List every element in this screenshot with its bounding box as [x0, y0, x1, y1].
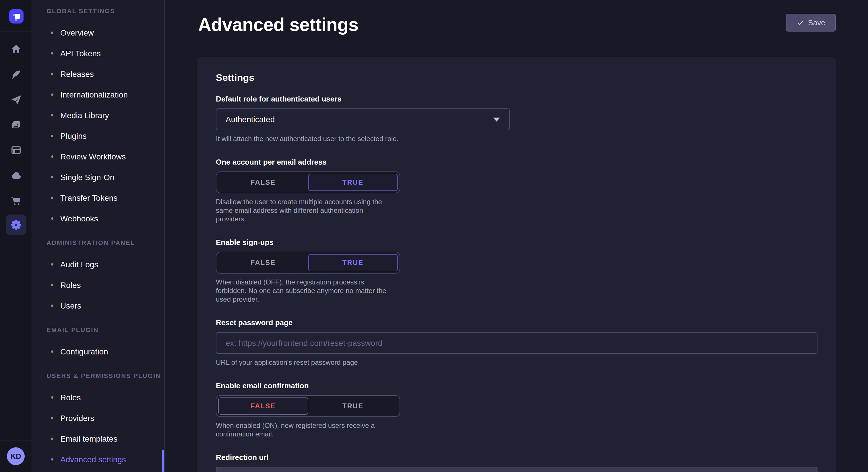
bullet-icon [51, 438, 53, 440]
sidebar-item-label: Advanced settings [60, 455, 126, 464]
section-title: EMAIL PLUGIN [46, 326, 164, 334]
bullet-icon [51, 197, 53, 199]
sidebar-item[interactable]: Plugins [46, 126, 164, 146]
avatar[interactable]: KD [7, 447, 25, 465]
sidebar-item[interactable]: Media Library [46, 105, 164, 126]
bullet-icon [51, 305, 53, 307]
sidebar-item-label: Single Sign-On [60, 173, 114, 182]
sidebar-item[interactable]: Releases [46, 64, 164, 84]
section-items: Configuration [46, 341, 164, 362]
field-email-confirmation: Enable email confirmation FALSE TRUE Whe… [216, 381, 817, 439]
sidebar-section-users-permissions: USERS & PERMISSIONS PLUGIN Roles Provide… [46, 372, 164, 470]
avatar-block: KD [0, 440, 32, 472]
field-label: One account per email address [216, 158, 817, 167]
bullet-icon [51, 52, 53, 55]
sidebar-item-label: Email templates [60, 434, 117, 443]
sidebar-item[interactable]: Roles [46, 387, 164, 408]
select-value: Authenticated [226, 115, 275, 124]
main-content: Advanced settings Save Settings Default … [165, 0, 868, 472]
sidebar-item[interactable]: Internationalization [46, 84, 164, 105]
sidebar-item[interactable]: API Tokens [46, 43, 164, 64]
one-account-toggle[interactable]: FALSE TRUE [216, 171, 400, 193]
bullet-icon [51, 32, 53, 34]
strapi-logo-icon[interactable] [9, 9, 24, 24]
sidebar-item-label: Webhooks [60, 214, 98, 223]
bullet-icon [51, 114, 53, 116]
toggle-option-false[interactable]: FALSE [218, 174, 308, 191]
sidebar-item[interactable]: Webhooks [46, 208, 164, 229]
content-type-builder-icon[interactable] [10, 69, 22, 80]
enable-signups-toggle[interactable]: FALSE TRUE [216, 252, 400, 274]
sidebar-item-label: Audit Logs [60, 260, 98, 269]
save-button-label: Save [808, 19, 825, 27]
sidebar-item-label: Overview [60, 28, 94, 37]
sidebar-section-global: GLOBAL SETTINGS Overview API Tokens [46, 7, 164, 229]
sidebar-item[interactable]: Roles [46, 275, 164, 295]
sidebar-item-label: Roles [60, 280, 81, 290]
section-items: Roles Providers Email templates [46, 387, 164, 470]
sidebar-item[interactable]: Providers [46, 408, 164, 429]
sidebar-item[interactable]: Users [46, 295, 164, 316]
bullet-icon [51, 176, 53, 178]
sidebar-item-label: Users [60, 301, 81, 310]
strapi-admin-app: KD GLOBAL SETTINGS Overview API Tokens [0, 0, 868, 472]
field-label: Reset password page [216, 318, 817, 328]
field-hint: URL of your application's reset password… [216, 359, 817, 367]
sidebar-section-email-plugin: EMAIL PLUGIN Configuration [46, 326, 164, 362]
sidebar-item-label: Plugins [60, 131, 87, 140]
sidebar-item[interactable]: Audit Logs [46, 254, 164, 275]
settings-sidebar: GLOBAL SETTINGS Overview API Tokens [32, 0, 165, 472]
sidebar-item-label: API Tokens [60, 49, 101, 58]
sidebar-item-label: Transfer Tokens [60, 193, 117, 202]
toggle-option-false[interactable]: FALSE [218, 398, 308, 415]
bullet-icon [51, 284, 53, 286]
toggle-option-true[interactable]: TRUE [308, 254, 398, 271]
section-title: GLOBAL SETTINGS [46, 7, 164, 15]
field-label: Default role for authenticated users [216, 95, 817, 104]
sidebar-item[interactable]: Review Workflows [46, 146, 164, 167]
field-hint: It will attach the new authenticated use… [216, 135, 817, 143]
sidebar-item-label: Configuration [60, 347, 108, 356]
home-icon[interactable] [10, 43, 22, 55]
field-one-account: One account per email address FALSE TRUE… [216, 158, 817, 224]
media-library-icon[interactable] [10, 119, 22, 131]
field-hint: When enabled (ON), new registered users … [216, 422, 817, 439]
section-items: Audit Logs Roles Users [46, 254, 164, 316]
sidebar-item-label: Media Library [60, 111, 109, 120]
bullet-icon [51, 73, 53, 75]
sidebar-item[interactable]: Single Sign-On [46, 167, 164, 188]
sidebar-item-label: Roles [60, 393, 81, 402]
email-confirmation-toggle[interactable]: FALSE TRUE [216, 395, 400, 417]
sidebar-item[interactable]: Transfer Tokens [46, 188, 164, 208]
content-manager-icon[interactable] [10, 144, 22, 156]
sidebar-section-admin-panel: ADMINISTRATION PANEL Audit Logs Roles [46, 239, 164, 316]
bullet-icon [51, 263, 53, 266]
section-title: USERS & PERMISSIONS PLUGIN [46, 372, 164, 380]
settings-icon[interactable] [6, 214, 26, 235]
field-hint: When disabled (OFF), the registration pr… [216, 278, 817, 304]
bullet-icon [51, 156, 53, 158]
bullet-icon [51, 135, 53, 137]
sidebar-item-label: Review Workflows [60, 152, 126, 161]
toggle-option-true[interactable]: TRUE [308, 174, 398, 191]
sidebar-item-label: Releases [60, 69, 94, 78]
toggle-option-true[interactable]: TRUE [308, 398, 398, 415]
save-button[interactable]: Save [786, 14, 836, 32]
bullet-icon [51, 217, 53, 220]
check-icon [797, 19, 803, 26]
page-title: Advanced settings [198, 14, 359, 36]
reset-password-input[interactable] [216, 332, 817, 354]
marketplace-icon[interactable] [10, 195, 22, 206]
bullet-icon [51, 350, 53, 353]
sidebar-item[interactable]: Overview [46, 22, 164, 43]
cloud-icon[interactable] [10, 170, 22, 181]
toggle-option-false[interactable]: FALSE [218, 254, 308, 271]
sidebar-item[interactable]: Advanced settings [46, 449, 164, 470]
sidebar-item[interactable]: Email templates [46, 429, 164, 449]
default-role-select[interactable]: Authenticated [216, 108, 510, 130]
field-label: Enable email confirmation [216, 381, 817, 391]
sidebar-item[interactable]: Configuration [46, 341, 164, 362]
deploy-icon[interactable] [10, 94, 22, 105]
bullet-icon [51, 396, 53, 399]
field-label: Enable sign-ups [216, 238, 817, 247]
